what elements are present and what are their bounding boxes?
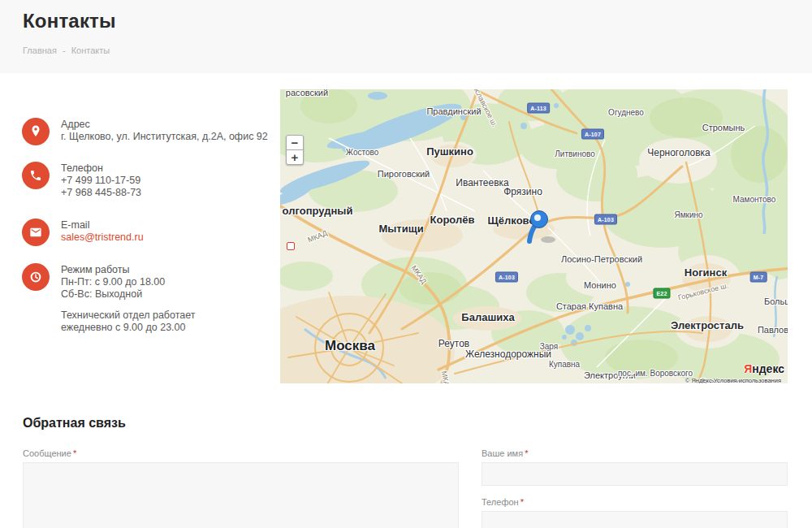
required-asterisk: * bbox=[525, 448, 528, 458]
map-attribution: © Яндекс Условия использования bbox=[685, 377, 781, 383]
zoom-in-button[interactable]: + bbox=[286, 149, 304, 165]
address-label: Адрес bbox=[61, 119, 268, 131]
required-asterisk: * bbox=[520, 497, 524, 507]
message-textarea[interactable] bbox=[23, 462, 459, 528]
map-pin-marker[interactable] bbox=[521, 206, 560, 248]
map-terms-link[interactable]: Условия использования bbox=[714, 377, 781, 383]
required-asterisk: * bbox=[73, 448, 76, 458]
message-label: Сообщение* bbox=[23, 448, 76, 458]
phone-label: Телефон bbox=[61, 162, 141, 175]
phone-icon bbox=[22, 162, 50, 189]
map-zoom-controls: − + bbox=[286, 135, 304, 165]
clock-icon bbox=[22, 263, 50, 291]
hours-weekend: Сб-Вс: Выходной bbox=[61, 288, 165, 301]
phone-field-label: Телефон* bbox=[482, 497, 524, 507]
zoom-out-button[interactable]: − bbox=[286, 135, 304, 150]
yandex-logo[interactable]: Яндекс bbox=[744, 362, 784, 375]
breadcrumb-current: Контакты bbox=[71, 45, 110, 55]
breadcrumb-separator: - bbox=[63, 45, 66, 55]
tech-dept-note: Технический отдел работает ежедневно с 9… bbox=[61, 309, 196, 334]
breadcrumb: Главная - Контакты bbox=[23, 45, 113, 55]
hours-label: Режим работы bbox=[61, 264, 165, 276]
breadcrumb-home-link[interactable]: Главная bbox=[23, 45, 57, 55]
name-input[interactable] bbox=[482, 462, 788, 486]
yandex-map[interactable]: расовскийПравдинскийПушкиноЖостовоПирого… bbox=[280, 89, 788, 383]
email-label: E-mail bbox=[61, 219, 144, 232]
page-title: Контакты bbox=[23, 10, 116, 32]
hours-weekdays: Пн-Пт: с 9.00 до 18.00 bbox=[61, 276, 165, 288]
address-value: г. Щелково, ул. Институтская, д.2А, офис… bbox=[61, 131, 268, 143]
page-header bbox=[0, 0, 812, 73]
feedback-title: Обратная связь bbox=[23, 416, 126, 431]
envelope-icon bbox=[22, 219, 50, 246]
name-label: Ваше имя* bbox=[482, 448, 528, 458]
phone-number-2: +7 968 445-88-73 bbox=[61, 187, 141, 199]
phone-input[interactable] bbox=[482, 511, 788, 528]
email-link[interactable]: sales@tristrend.ru bbox=[61, 232, 144, 243]
rail-station-icon bbox=[287, 242, 295, 250]
map-copyright: © Яндекс bbox=[685, 377, 712, 383]
phone-number-1: +7 499 110-17-59 bbox=[61, 175, 141, 187]
location-pin-icon bbox=[22, 118, 50, 145]
